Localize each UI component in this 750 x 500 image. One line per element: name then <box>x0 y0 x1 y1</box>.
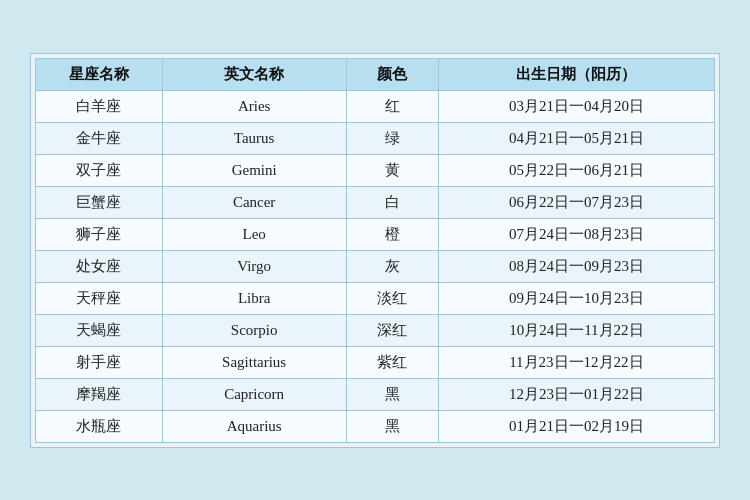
cell-date: 05月22日一06月21日 <box>438 154 714 186</box>
table-row: 双子座Gemini黄05月22日一06月21日 <box>36 154 715 186</box>
cell-en: Aquarius <box>162 410 346 442</box>
cell-zh: 金牛座 <box>36 122 163 154</box>
zodiac-table: 星座名称 英文名称 颜色 出生日期（阳历） 白羊座Aries红03月21日一04… <box>35 58 715 443</box>
cell-color: 黄 <box>346 154 438 186</box>
cell-color: 白 <box>346 186 438 218</box>
cell-date: 01月21日一02月19日 <box>438 410 714 442</box>
cell-en: Virgo <box>162 250 346 282</box>
cell-en: Capricorn <box>162 378 346 410</box>
cell-color: 黑 <box>346 410 438 442</box>
table-row: 水瓶座Aquarius黑01月21日一02月19日 <box>36 410 715 442</box>
table-row: 处女座Virgo灰08月24日一09月23日 <box>36 250 715 282</box>
cell-date: 04月21日一05月21日 <box>438 122 714 154</box>
cell-en: Gemini <box>162 154 346 186</box>
cell-en: Libra <box>162 282 346 314</box>
zodiac-table-container: 星座名称 英文名称 颜色 出生日期（阳历） 白羊座Aries红03月21日一04… <box>30 53 720 448</box>
cell-date: 10月24日一11月22日 <box>438 314 714 346</box>
table-row: 金牛座Taurus绿04月21日一05月21日 <box>36 122 715 154</box>
table-row: 天蝎座Scorpio深红10月24日一11月22日 <box>36 314 715 346</box>
cell-zh: 射手座 <box>36 346 163 378</box>
cell-zh: 水瓶座 <box>36 410 163 442</box>
cell-en: Sagittarius <box>162 346 346 378</box>
cell-zh: 天秤座 <box>36 282 163 314</box>
cell-color: 橙 <box>346 218 438 250</box>
cell-zh: 白羊座 <box>36 90 163 122</box>
cell-date: 12月23日一01月22日 <box>438 378 714 410</box>
header-color: 颜色 <box>346 58 438 90</box>
table-row: 摩羯座Capricorn黑12月23日一01月22日 <box>36 378 715 410</box>
cell-zh: 双子座 <box>36 154 163 186</box>
cell-en: Cancer <box>162 186 346 218</box>
table-row: 狮子座Leo橙07月24日一08月23日 <box>36 218 715 250</box>
cell-date: 03月21日一04月20日 <box>438 90 714 122</box>
cell-zh: 天蝎座 <box>36 314 163 346</box>
cell-zh: 狮子座 <box>36 218 163 250</box>
table-header-row: 星座名称 英文名称 颜色 出生日期（阳历） <box>36 58 715 90</box>
cell-color: 绿 <box>346 122 438 154</box>
cell-color: 深红 <box>346 314 438 346</box>
cell-zh: 处女座 <box>36 250 163 282</box>
header-en: 英文名称 <box>162 58 346 90</box>
cell-en: Scorpio <box>162 314 346 346</box>
cell-zh: 摩羯座 <box>36 378 163 410</box>
cell-color: 淡红 <box>346 282 438 314</box>
cell-color: 灰 <box>346 250 438 282</box>
header-zh: 星座名称 <box>36 58 163 90</box>
cell-en: Taurus <box>162 122 346 154</box>
cell-color: 紫红 <box>346 346 438 378</box>
cell-date: 06月22日一07月23日 <box>438 186 714 218</box>
header-date: 出生日期（阳历） <box>438 58 714 90</box>
cell-en: Aries <box>162 90 346 122</box>
cell-date: 08月24日一09月23日 <box>438 250 714 282</box>
cell-color: 黑 <box>346 378 438 410</box>
cell-zh: 巨蟹座 <box>36 186 163 218</box>
table-row: 射手座Sagittarius紫红11月23日一12月22日 <box>36 346 715 378</box>
cell-date: 09月24日一10月23日 <box>438 282 714 314</box>
cell-en: Leo <box>162 218 346 250</box>
cell-date: 11月23日一12月22日 <box>438 346 714 378</box>
table-row: 巨蟹座Cancer白06月22日一07月23日 <box>36 186 715 218</box>
cell-color: 红 <box>346 90 438 122</box>
cell-date: 07月24日一08月23日 <box>438 218 714 250</box>
table-row: 天秤座Libra淡红09月24日一10月23日 <box>36 282 715 314</box>
table-row: 白羊座Aries红03月21日一04月20日 <box>36 90 715 122</box>
